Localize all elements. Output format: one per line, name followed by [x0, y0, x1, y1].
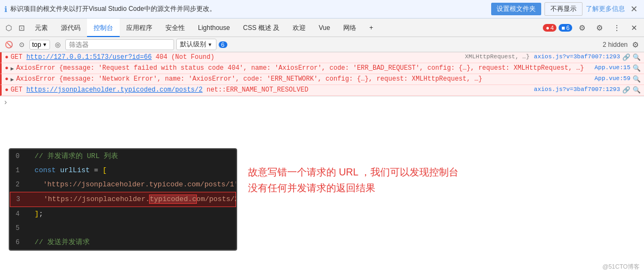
code-line-2: 2 'https://jsonplaceholder.typicode.com/… [10, 178, 236, 192]
tab-sources[interactable]: 源代码 [54, 19, 87, 37]
tab-application[interactable]: 应用程序 [120, 19, 159, 37]
tab-lighthouse[interactable]: Lighthouse [191, 19, 237, 37]
console-input-row: › [0, 96, 644, 107]
tab-security[interactable]: 安全性 [159, 19, 191, 37]
set-root-button[interactable]: 设置根文件夹 [491, 3, 541, 15]
devtools-connect-icon[interactable]: ⚙ [574, 20, 590, 35]
line-num-0: 0 [10, 150, 26, 162]
context-arrow-icon: ▼ [42, 42, 47, 47]
row-3-content: AxiosError {message: 'Network Error', na… [16, 75, 590, 83]
error-icon-4: ● [5, 87, 9, 93]
no-show-button[interactable]: 不再显示 [544, 2, 583, 16]
error-link-4[interactable]: https://jsonplaceholder.typicoded.com/po… [26, 86, 202, 94]
line-num-4: 4 [10, 208, 26, 220]
tab-vue[interactable]: Vue [312, 19, 337, 37]
learn-more-link[interactable]: 了解更多信息 [586, 4, 625, 14]
tab-css-overview[interactable]: CSS 概述 及 [237, 19, 286, 37]
devtools-more-icon[interactable]: ⋮ [609, 20, 624, 35]
tab-add[interactable]: + [363, 19, 380, 37]
log-level-selector[interactable]: 默认级别 ▼ [176, 39, 216, 50]
line-num-5: 5 [10, 222, 26, 234]
expand-icon-2[interactable]: ▶ [11, 65, 14, 72]
error-icon-2: ● [5, 65, 9, 71]
code-block: 0 // 并发请求的 URL 列表 1 const urlList = [ 2 … [9, 148, 237, 251]
row-2-search-icon[interactable]: 🔍 [633, 64, 641, 72]
row-4-search-icon[interactable]: 🔍 [633, 86, 641, 94]
tab-network[interactable]: 网络 [337, 19, 363, 37]
console-row-1: ● GET http://127.0.0.1:5173/user?id=66 4… [0, 52, 644, 63]
line-content-5 [26, 222, 236, 234]
row-1-source[interactable]: axios.js?v=3baf7007:1293 [534, 53, 620, 60]
row-1-actions: 🔗 🔍 [622, 53, 641, 62]
row-3-search-icon[interactable]: 🔍 [633, 75, 641, 83]
line-num-6: 6 [10, 236, 26, 248]
row-4-action-icon[interactable]: 🔗 [622, 86, 630, 94]
code-line-3: 3 'https://jsonplaceholder.typicoded.com… [10, 192, 236, 207]
message-count: 6 [566, 25, 569, 31]
error-badge[interactable]: ● 4 [543, 24, 556, 32]
line-content-6: // 发送并发请求 [26, 236, 236, 248]
watermark: @51CTO博客 [603, 263, 640, 271]
row-2-actions: 🔍 [633, 64, 641, 72]
row-2-source[interactable]: App.vue:15 [595, 64, 630, 71]
message-icon: ■ [561, 25, 565, 31]
tab-console[interactable]: 控制台 [87, 19, 120, 37]
description-text: 故意写错一个请求的 URL ，我们可以发现控制台 没有任何并发请求的返回结果 [248, 165, 459, 196]
console-prompt-icon: › [4, 98, 7, 106]
clear-console-icon[interactable]: 🚫 [3, 39, 14, 50]
row-1-meta: XMLHttpRequest, …} [465, 53, 530, 60]
row-3-actions: 🔍 [633, 75, 641, 83]
info-bar: ℹ 标识项目的根文件夹以打开Visual Studio Code中的源文件并同步… [0, 0, 644, 19]
error-icon-3: ● [5, 76, 9, 82]
eye-icon[interactable]: ◎ [52, 39, 63, 50]
close-icon[interactable]: ✕ [628, 4, 640, 14]
filter-input[interactable] [65, 39, 174, 50]
error-count: 4 [550, 25, 554, 31]
console-content: ● GET http://127.0.0.1:5173/user?id=66 4… [0, 52, 644, 139]
line-num-3: 3 [10, 193, 27, 205]
line-content-4: ]; [26, 208, 236, 220]
tabs-bar: ⬡ ⊡ 元素 源代码 控制台 应用程序 安全性 Lighthouse CSS 概… [0, 19, 644, 37]
line-content-1: const urlList = [ [26, 165, 236, 177]
error-icon: ● [5, 54, 9, 60]
row-1-content: GET http://127.0.0.1:5173/user?id=66 404… [11, 53, 463, 61]
console-toolbar: 🚫 ⊙ top ▼ ◎ 默认级别 ▼ 6 2 hidden ⚙ [0, 37, 644, 52]
row-4-content: GET https://jsonplaceholder.typicoded.co… [11, 86, 530, 94]
message-badge[interactable]: ■ 6 [559, 24, 572, 32]
line-num-1: 1 [10, 165, 26, 177]
context-label: top [32, 41, 41, 48]
devtools-icon-elements[interactable]: ⊡ [15, 23, 28, 32]
code-line-4: 4 ]; [10, 207, 236, 221]
row-4-source[interactable]: axios.js?v=3baf7007:1293 [534, 86, 620, 93]
filter-icon[interactable]: ⊙ [16, 39, 27, 50]
log-level-arrow-icon: ▼ [208, 42, 213, 47]
devtools-icon-inspect[interactable]: ⬡ [2, 23, 15, 32]
code-line-1: 1 const urlList = [ [10, 163, 236, 178]
line-content-2: 'https://jsonplaceholder.typicode.com/po… [26, 179, 237, 191]
info-text: 标识项目的根文件夹以打开Visual Studio Code中的源文件并同步更改… [10, 4, 488, 14]
tab-welcome[interactable]: 欢迎 [286, 19, 312, 37]
devtools-settings-icon[interactable]: ⚙ [592, 20, 607, 35]
line-content-3: 'https://jsonplaceholder.typicoded.com/p… [27, 193, 237, 205]
tab-elements[interactable]: 元素 [28, 19, 54, 37]
error-link-1[interactable]: http://127.0.0.1:5173/user?id=66 [26, 53, 151, 61]
row-1-action-icon[interactable]: 🔗 [622, 53, 630, 62]
row-4-actions: 🔗 🔍 [622, 86, 641, 94]
hidden-count: 2 hidden [603, 41, 628, 48]
expand-icon-3[interactable]: ▶ [11, 76, 14, 83]
code-line-5: 5 [10, 221, 236, 235]
log-level-label: 默认级别 [180, 40, 206, 49]
console-row-2: ● ▶ AxiosError {message: 'Request failed… [0, 63, 644, 74]
console-row-3: ● ▶ AxiosError {message: 'Network Error'… [0, 74, 644, 85]
devtools-right-icons: ● 4 ■ 6 ⚙ ⚙ ⋮ ✕ [543, 20, 642, 35]
row-3-source[interactable]: App.vue:59 [595, 75, 630, 82]
console-settings-icon[interactable]: ⚙ [630, 39, 641, 50]
row-1-search-icon[interactable]: 🔍 [633, 53, 641, 62]
line-content-0: // 并发请求的 URL 列表 [26, 150, 236, 162]
devtools-close-icon[interactable]: ✕ [627, 20, 642, 35]
error-dot-icon: ● [546, 25, 549, 31]
row-2-content: AxiosError {message: 'Request failed wit… [16, 64, 590, 72]
code-line-6: 6 // 发送并发请求 [10, 235, 236, 250]
console-row-4: ● GET https://jsonplaceholder.typicoded.… [0, 85, 644, 96]
context-selector[interactable]: top ▼ [29, 40, 50, 50]
